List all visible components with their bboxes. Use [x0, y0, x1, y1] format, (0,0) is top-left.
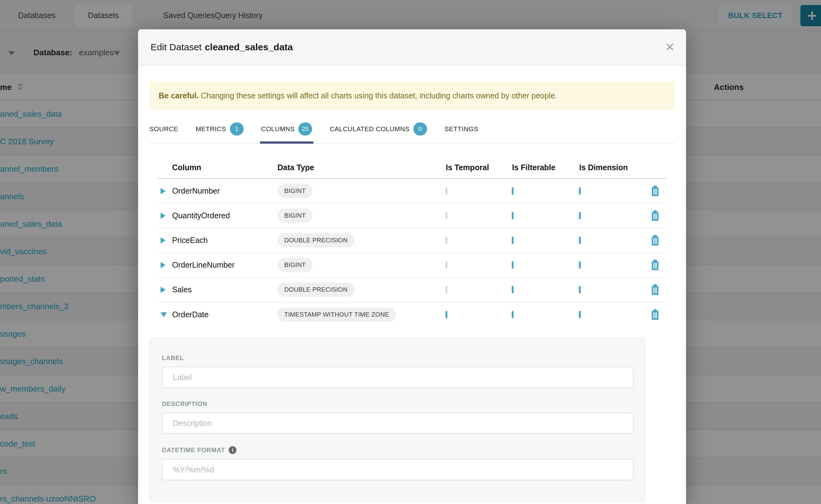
tab-count-badge: 0: [413, 122, 427, 136]
column-name: PriceEach: [172, 236, 277, 245]
modal-header: Edit Datasetcleaned_sales_data ✕: [138, 29, 686, 66]
column-name: OrderDate: [172, 310, 277, 319]
data-type-pill: DOUBLE PRECISION: [277, 233, 354, 247]
modal-tab[interactable]: METRICS 1: [195, 117, 243, 143]
is-dimension-checkbox[interactable]: [579, 212, 581, 219]
is-temporal-checkbox[interactable]: [446, 286, 448, 293]
modal-tabs: SOURCE METRICS 1 COLUMNS 25 CALCULATED C…: [149, 117, 675, 144]
warning-banner: Be careful. Changing these settings will…: [149, 81, 675, 110]
column-name: OrderNumber: [172, 186, 277, 195]
warning-bold-text: Be careful.: [159, 91, 199, 100]
is-temporal-header: Is Temporal: [441, 163, 507, 172]
datetime-format-input[interactable]: [162, 459, 634, 480]
is-dimension-checkbox[interactable]: [579, 311, 581, 318]
column-name: QuantityOrdered: [172, 211, 277, 220]
label-field-label: LABEL: [162, 354, 632, 362]
delete-column-icon[interactable]: [650, 235, 660, 246]
is-temporal-checkbox[interactable]: [446, 261, 448, 269]
delete-column-icon[interactable]: [650, 210, 660, 222]
is-filterable-checkbox[interactable]: [512, 187, 514, 195]
warning-text: Changing these settings will affect all …: [199, 91, 557, 100]
column-row: OrderLineNumber BIGINT: [158, 253, 666, 278]
is-temporal-checkbox[interactable]: [446, 311, 448, 318]
is-dimension-checkbox[interactable]: [579, 237, 581, 244]
description-input[interactable]: [162, 413, 634, 434]
column-header: Column: [172, 163, 277, 172]
expand-caret-icon[interactable]: [161, 287, 166, 293]
datetime-format-label-text: DATETIME FORMAT: [162, 447, 225, 454]
label-input[interactable]: [162, 367, 634, 388]
modal-dataset-name: cleaned_sales_data: [205, 42, 293, 52]
is-filterable-checkbox[interactable]: [512, 311, 514, 318]
column-row: QuantityOrdered BIGINT: [158, 204, 666, 228]
expand-caret-icon[interactable]: [161, 262, 166, 268]
expand-caret-icon[interactable]: [161, 188, 166, 194]
description-field-label: DESCRIPTION: [162, 400, 632, 408]
label-field-label-text: LABEL: [162, 354, 184, 362]
delete-column-icon[interactable]: [650, 185, 660, 197]
column-row: OrderNumber BIGINT: [158, 179, 666, 204]
is-filterable-checkbox[interactable]: [512, 286, 514, 293]
columns-table-header: Column Data Type Is Temporal Is Filterab…: [158, 157, 666, 179]
tab-label: SOURCE: [149, 125, 178, 133]
is-filterable-header: Is Filterable: [507, 163, 574, 172]
expand-caret-icon[interactable]: [161, 213, 166, 219]
tab-label: COLUMNS: [261, 125, 295, 133]
is-dimension-checkbox[interactable]: [579, 187, 581, 195]
data-type-pill: BIGINT: [277, 209, 312, 223]
column-name: Sales: [172, 285, 277, 294]
is-filterable-checkbox[interactable]: [512, 237, 514, 244]
column-row: PriceEach DOUBLE PRECISION: [158, 228, 666, 253]
is-dimension-checkbox[interactable]: [579, 286, 581, 293]
data-type-pill: BIGINT: [277, 258, 312, 272]
description-field-label-text: DESCRIPTION: [162, 400, 207, 408]
column-detail-panel: LABEL DESCRIPTION DATETIME FORMAT i: [149, 338, 645, 502]
column-row: Sales DOUBLE PRECISION: [158, 278, 666, 302]
data-type-header: Data Type: [277, 163, 441, 172]
modal-tab[interactable]: COLUMNS 25: [261, 117, 312, 143]
close-icon[interactable]: ✕: [665, 41, 675, 53]
columns-table: Column Data Type Is Temporal Is Filterab…: [158, 157, 666, 327]
delete-column-icon[interactable]: [650, 309, 660, 321]
edit-dataset-modal: Edit Datasetcleaned_sales_data ✕ Be care…: [138, 29, 686, 504]
is-temporal-checkbox[interactable]: [446, 212, 448, 219]
column-name: OrderLineNumber: [172, 260, 277, 269]
tab-count-badge: 1: [230, 122, 244, 136]
data-type-pill: BIGINT: [277, 184, 312, 198]
modal-title: Edit Datasetcleaned_sales_data: [151, 42, 293, 52]
tab-label: CALCULATED COLUMNS: [329, 125, 409, 133]
columns-table-rows: OrderNumber BIGINT: [158, 179, 666, 327]
tab-label: METRICS: [195, 125, 226, 133]
modal-tab[interactable]: CALCULATED COLUMNS 0: [329, 117, 427, 143]
tab-count-badge: 25: [298, 122, 312, 136]
column-row: OrderDate TIMESTAMP WITHOUT TIME ZONE: [158, 302, 666, 327]
data-type-pill: DOUBLE PRECISION: [277, 283, 354, 297]
expand-caret-icon[interactable]: [161, 312, 167, 317]
is-temporal-checkbox[interactable]: [446, 187, 448, 195]
is-dimension-checkbox[interactable]: [579, 261, 581, 269]
delete-column-icon[interactable]: [650, 284, 660, 296]
expand-caret-icon[interactable]: [161, 237, 166, 244]
info-icon[interactable]: i: [229, 446, 236, 454]
is-filterable-checkbox[interactable]: [512, 212, 514, 219]
modal-body: Be careful. Changing these settings will…: [138, 81, 686, 502]
is-dimension-header: Is Dimension: [574, 163, 641, 172]
modal-title-prefix: Edit Dataset: [151, 42, 201, 52]
data-type-pill: TIMESTAMP WITHOUT TIME ZONE: [277, 308, 396, 322]
is-temporal-checkbox[interactable]: [446, 237, 448, 244]
modal-tab[interactable]: SETTINGS: [445, 117, 478, 143]
is-filterable-checkbox[interactable]: [512, 261, 514, 269]
modal-tab[interactable]: SOURCE: [149, 117, 178, 143]
delete-column-icon[interactable]: [650, 259, 660, 271]
datetime-format-field-label: DATETIME FORMAT i: [162, 446, 632, 454]
tab-label: SETTINGS: [445, 125, 478, 133]
